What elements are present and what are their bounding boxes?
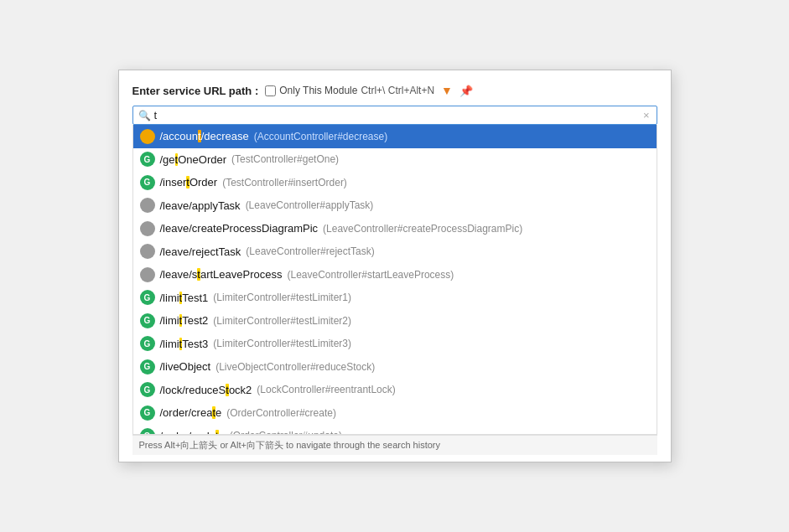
controller-info: (OrderController#update) xyxy=(230,428,342,435)
path-text: /leave/applyTask xyxy=(160,198,241,214)
path-text: /leave/rejectTask xyxy=(160,244,241,261)
method-badge: G xyxy=(140,405,155,421)
path-text: /order/update xyxy=(160,428,225,436)
path-text: /limitTest2 xyxy=(160,312,209,329)
controller-info: (LiveObjectController#reduceStock) xyxy=(215,359,375,374)
result-item[interactable]: G /limitTest3 (LimiterController#testLim… xyxy=(133,333,657,356)
controller-info: (TestController#getOne) xyxy=(231,152,339,167)
module-filter-row: Only This Module Ctrl+\ Ctrl+Alt+N xyxy=(265,85,434,96)
status-text: Press Alt+向上箭头 or Alt+向下箭头 to navigate t… xyxy=(139,440,441,450)
dialog-label: Enter service URL path : xyxy=(132,85,259,97)
search-input[interactable] xyxy=(154,109,641,121)
result-item[interactable]: G /lock/reduceStock2 (LockController#ree… xyxy=(133,379,657,402)
controller-info: (LeaveController#createProcessDiagramPic… xyxy=(323,221,522,236)
controller-info: (LimiterController#testLimiter3) xyxy=(213,336,351,351)
result-item[interactable]: G /limitTest2 (LimiterController#testLim… xyxy=(133,309,657,333)
method-badge xyxy=(140,267,155,282)
path-text: /limitTest1 xyxy=(160,290,209,307)
path-text: /getOneOrder xyxy=(160,152,227,168)
method-badge xyxy=(140,198,155,213)
result-item[interactable]: G /insertOrder (TestController#insertOrd… xyxy=(133,171,657,194)
controller-info: (LeaveController#startLeaveProcess) xyxy=(288,267,454,282)
controller-info: (LeaveController#rejectTask) xyxy=(246,244,374,259)
path-text: /leave/createProcessDiagramPic xyxy=(160,220,319,237)
controller-info: (LockController#reentrantLock) xyxy=(257,382,395,397)
result-item[interactable]: G /order/update (OrderController#update) xyxy=(133,425,657,436)
result-item[interactable]: G /getOneOrder (TestController#getOne) xyxy=(133,148,657,172)
method-badge: G xyxy=(140,428,155,435)
clear-icon[interactable]: × xyxy=(641,109,651,121)
service-url-dialog: Enter service URL path : Only This Modul… xyxy=(118,70,672,462)
filter-icon[interactable]: ▼ xyxy=(441,84,453,97)
method-badge: G xyxy=(140,152,155,167)
shortcut-hint: Ctrl+\ Ctrl+Alt+N xyxy=(361,85,434,96)
method-badge: G xyxy=(140,382,155,397)
controller-info: (AccountController#decrease) xyxy=(254,129,387,144)
method-badge: G xyxy=(140,313,155,328)
result-item[interactable]: G /limitTest1 (LimiterController#testLim… xyxy=(133,287,657,310)
method-badge xyxy=(140,129,155,144)
result-item[interactable]: /leave/applyTask (LeaveController#applyT… xyxy=(133,194,657,218)
dialog-header: Enter service URL path : Only This Modul… xyxy=(132,84,657,97)
result-item[interactable]: /leave/startLeaveProcess (LeaveControlle… xyxy=(133,263,657,287)
result-item[interactable]: /leave/rejectTask (LeaveController#rejec… xyxy=(133,240,657,264)
method-badge xyxy=(140,244,155,259)
pin-icon[interactable]: 📌 xyxy=(459,85,473,97)
path-text: /lock/reduceStock2 xyxy=(160,382,252,399)
method-badge: G xyxy=(140,359,155,374)
controller-info: (LeaveController#applyTask) xyxy=(246,198,374,213)
result-item[interactable]: /account/decrease (AccountController#dec… xyxy=(133,125,657,148)
path-text: /liveObject xyxy=(160,359,211,375)
search-box: 🔍 × xyxy=(132,106,657,125)
path-text: /account/decrease xyxy=(160,128,249,145)
controller-info: (LimiterController#testLimiter1) xyxy=(213,290,351,305)
controller-info: (TestController#insertOrder) xyxy=(222,175,347,190)
search-icon: 🔍 xyxy=(138,110,151,121)
path-text: /limitTest3 xyxy=(160,336,209,353)
checkbox-label: Only This Module xyxy=(279,85,357,96)
result-item[interactable]: /leave/createProcessDiagramPic (LeaveCon… xyxy=(133,217,657,240)
method-badge xyxy=(140,221,155,236)
path-text: /leave/startLeaveProcess xyxy=(160,266,283,283)
controller-info: (LimiterController#testLimiter2) xyxy=(213,313,351,328)
method-badge: G xyxy=(140,175,155,190)
method-badge: G xyxy=(140,290,155,305)
only-this-module-checkbox[interactable] xyxy=(265,85,276,96)
status-bar: Press Alt+向上箭头 or Alt+向下箭头 to navigate t… xyxy=(132,435,657,455)
result-item[interactable]: G /liveObject (LiveObjectController#redu… xyxy=(133,355,657,379)
result-item[interactable]: G /order/create (OrderController#create) xyxy=(133,401,657,425)
results-list: /account/decrease (AccountController#dec… xyxy=(132,125,657,435)
path-text: /insertOrder xyxy=(160,174,218,191)
path-text: /order/create xyxy=(160,405,222,421)
controller-info: (OrderController#create) xyxy=(226,405,336,421)
method-badge: G xyxy=(140,336,155,351)
